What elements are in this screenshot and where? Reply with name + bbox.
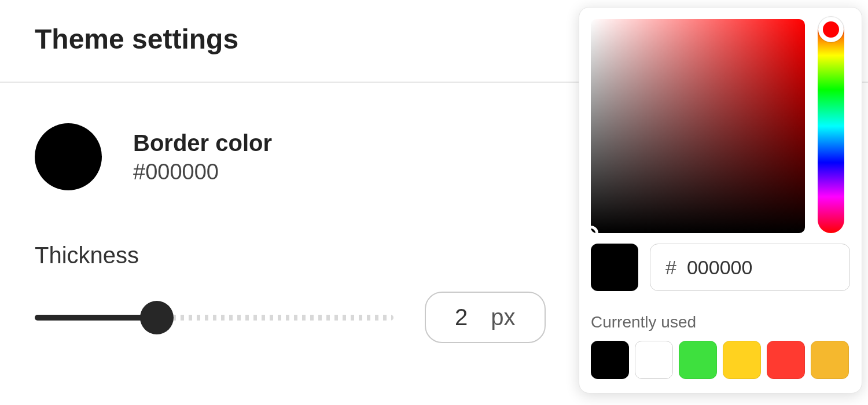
used-swatch-5[interactable] xyxy=(811,341,849,379)
used-swatch-0[interactable] xyxy=(591,341,629,379)
border-color-label: Border color xyxy=(133,130,272,156)
used-swatch-1[interactable] xyxy=(635,341,673,379)
slider-thumb[interactable] xyxy=(140,301,174,334)
hex-value: 000000 xyxy=(687,256,752,279)
currently-used-swatches xyxy=(591,341,850,379)
slider-fill xyxy=(35,315,157,321)
currently-used-label: Currently used xyxy=(591,313,850,332)
saturation-value-panel[interactable] xyxy=(591,19,805,233)
border-color-swatch[interactable] xyxy=(35,123,102,190)
used-swatch-4[interactable] xyxy=(767,341,805,379)
picker-current-swatch xyxy=(591,244,638,291)
thickness-input[interactable]: 2 px xyxy=(425,292,546,343)
sv-cursor[interactable] xyxy=(591,226,598,233)
used-swatch-2[interactable] xyxy=(679,341,717,379)
hex-hash: # xyxy=(665,256,676,279)
hue-cursor[interactable] xyxy=(818,17,844,42)
used-swatch-3[interactable] xyxy=(723,341,761,379)
border-color-value: #000000 xyxy=(133,160,272,185)
thickness-unit: px xyxy=(491,304,515,330)
thickness-slider[interactable] xyxy=(35,300,393,335)
color-picker: # 000000 Currently used xyxy=(579,7,862,393)
hue-slider[interactable] xyxy=(818,19,844,233)
thickness-value: 2 xyxy=(455,304,468,330)
hex-input[interactable]: # 000000 xyxy=(650,244,850,291)
